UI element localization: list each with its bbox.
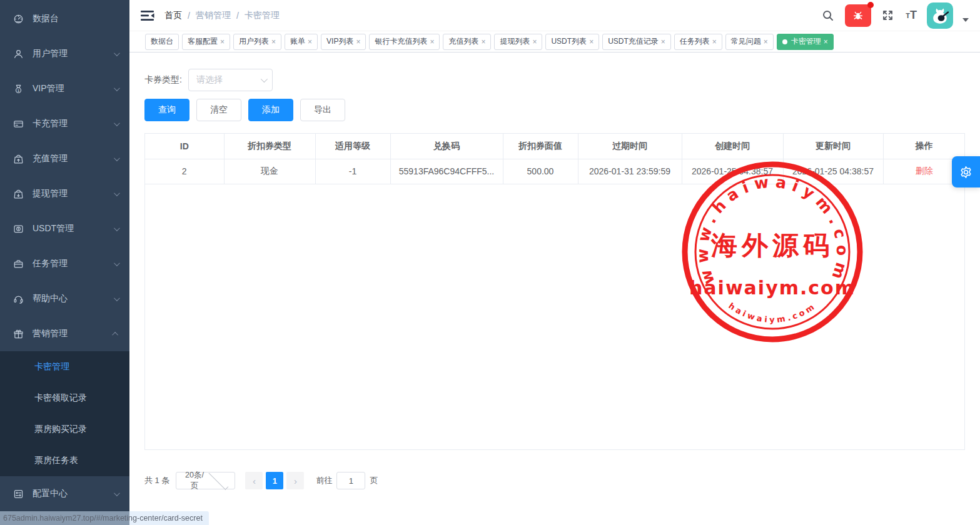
add-button[interactable]: 添加 — [248, 99, 293, 121]
table-cell: 500.00 — [503, 159, 578, 184]
font-size-icon[interactable]: TT — [904, 8, 917, 23]
tab-close-icon[interactable]: × — [824, 38, 828, 46]
tab-close-icon[interactable]: × — [430, 38, 434, 46]
tab-close-icon[interactable]: × — [271, 38, 276, 46]
tab-label: 任务列表 — [680, 36, 710, 47]
avatar[interactable] — [927, 2, 953, 29]
tab-label: USDT列表 — [551, 36, 587, 47]
prev-page-button[interactable]: ‹ — [245, 472, 263, 489]
tab-close-icon[interactable]: × — [764, 38, 768, 46]
sidebar: 数据台 用户管理 1 VIP管理 卡充管理 — [0, 0, 129, 525]
toolbar: 查询 清空 添加 导出 — [144, 99, 965, 121]
tab-close-icon[interactable]: × — [220, 38, 225, 46]
goto-page-input[interactable] — [336, 472, 365, 489]
sidebar-item[interactable]: USDT管理 — [0, 211, 129, 246]
breadcrumb-home-link[interactable]: 首页 — [164, 10, 182, 21]
app-window: 数据台 用户管理 1 VIP管理 卡充管理 — [0, 0, 980, 525]
table-header-row: ID折扣券类型适用等级兑换码折扣券面值过期时间创建时间更新时间操作 — [145, 134, 965, 159]
tab[interactable]: VIP列表 × — [321, 34, 366, 50]
page-unit-label: 页 — [370, 475, 378, 486]
sidebar-item[interactable]: 卡充管理 — [0, 106, 129, 141]
tab[interactable]: 任务列表 × — [674, 34, 722, 50]
tab[interactable]: 数据台 — [145, 34, 179, 50]
column-header: ID — [145, 134, 224, 159]
dashboard-icon — [13, 13, 24, 24]
export-button[interactable]: 导出 — [300, 99, 345, 121]
clear-button[interactable]: 清空 — [196, 99, 241, 121]
sidebar-item[interactable]: 卡密领取记录 — [0, 382, 129, 414]
tab[interactable]: USDT充值记录 × — [602, 34, 671, 50]
delete-link[interactable]: 删除 — [916, 166, 933, 176]
tab-label: VIP列表 — [326, 36, 353, 47]
tab[interactable]: 卡密管理 × — [777, 34, 834, 50]
tab[interactable]: 银行卡充值列表 × — [369, 34, 440, 50]
sidebar-item[interactable]: 票房购买记录 — [0, 414, 129, 445]
chevron-icon — [114, 190, 120, 196]
sidebar-item[interactable]: 充值管理 — [0, 141, 129, 176]
goto-page: 前往 页 — [316, 472, 378, 489]
query-button[interactable]: 查询 — [144, 99, 189, 121]
sidebar-item-label: 用户管理 — [33, 48, 68, 59]
fullscreen-icon[interactable] — [881, 8, 895, 22]
next-page-button[interactable]: › — [286, 472, 304, 489]
column-header: 折扣券面值 — [503, 134, 578, 159]
column-header: 适用等级 — [315, 134, 390, 159]
sidebar-item[interactable]: 营销管理 — [0, 316, 129, 351]
withdraw-bag-icon — [13, 188, 24, 199]
sidebar-item-label: 卡密领取记录 — [34, 392, 87, 404]
sidebar-item[interactable]: 票房任务表 — [0, 445, 129, 476]
chevron-icon — [114, 155, 120, 161]
current-page-button[interactable]: 1 — [266, 472, 283, 489]
breadcrumb: 首页 / 营销管理 / 卡密管理 — [164, 10, 280, 21]
chevron-icon — [114, 120, 120, 126]
sidebar-item[interactable]: 帮助中心 — [0, 281, 129, 316]
settings-gear-button[interactable] — [952, 156, 980, 188]
sidebar-item-label: VIP管理 — [33, 83, 64, 94]
tab-label: 用户列表 — [239, 36, 269, 47]
table-cell: 现金 — [224, 159, 315, 184]
page-size-select[interactable]: 20条/页 — [176, 472, 235, 489]
filter-row: 卡券类型: 请选择 — [144, 69, 965, 91]
tab[interactable]: 常见问题 × — [725, 34, 774, 50]
sidebar-item-label: 充值管理 — [33, 153, 68, 164]
tab-close-icon[interactable]: × — [356, 38, 360, 46]
tab-label: 账单 — [290, 36, 305, 47]
help-headset-icon — [13, 293, 24, 304]
breadcrumb-separator: / — [188, 11, 190, 21]
link-status-tooltip: 675admin.haiwaiym27.top/#/marketing-cent… — [0, 511, 209, 525]
column-header: 兑换码 — [390, 134, 503, 159]
bug-alert-button[interactable] — [845, 4, 871, 27]
sidebar-item[interactable]: 任务管理 — [0, 246, 129, 281]
tab[interactable]: 充值列表 × — [443, 34, 491, 50]
page-size-value: 20条/页 — [183, 470, 206, 491]
sidebar-item-label: 任务管理 — [33, 258, 68, 269]
tab[interactable]: 客服配置 × — [182, 34, 230, 50]
bank-card-icon — [13, 118, 24, 129]
sidebar-item[interactable]: 1 VIP管理 — [0, 71, 129, 106]
task-briefcase-icon — [13, 258, 24, 269]
tab-close-icon[interactable]: × — [589, 38, 594, 46]
tab[interactable]: USDT列表 × — [545, 34, 599, 50]
tab[interactable]: 用户列表 × — [233, 34, 281, 50]
tab[interactable]: 提现列表 × — [494, 34, 542, 50]
search-icon[interactable] — [821, 8, 836, 23]
tab-close-icon[interactable]: × — [308, 38, 312, 46]
sidebar-item[interactable]: 配置中心 — [0, 476, 129, 511]
hamburger-menu-icon[interactable] — [141, 9, 154, 22]
sidebar-item[interactable]: 数据台 — [0, 1, 129, 36]
config-clipboard-icon — [13, 488, 24, 499]
sidebar-item[interactable]: 提现管理 — [0, 176, 129, 211]
breadcrumb-separator: / — [236, 11, 239, 21]
chevron-icon — [114, 490, 120, 496]
active-tab-dot — [782, 39, 787, 44]
tab-close-icon[interactable]: × — [661, 38, 665, 46]
card-type-select[interactable]: 请选择 — [188, 69, 273, 91]
sidebar-item[interactable]: 用户管理 — [0, 36, 129, 71]
tab-close-icon[interactable]: × — [712, 38, 717, 46]
tab-close-icon[interactable]: × — [532, 38, 537, 46]
table-cell: 2 — [145, 159, 224, 184]
tab-close-icon[interactable]: × — [481, 38, 485, 46]
tab[interactable]: 账单 × — [285, 34, 318, 50]
sidebar-item[interactable]: 卡密管理 — [0, 351, 129, 382]
chevron-down-icon[interactable] — [962, 18, 969, 22]
